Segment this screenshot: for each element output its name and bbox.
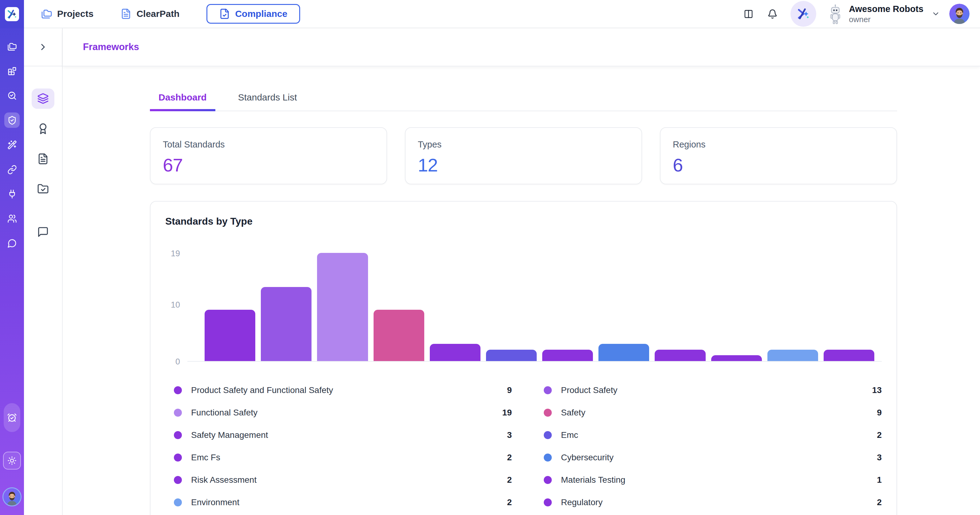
bar-environment[interactable] [767,350,818,361]
stat-label: Regions [673,140,884,150]
blocks-icon [7,66,17,76]
bar-safety[interactable] [374,310,424,361]
theme-toggle-button[interactable] [3,452,21,470]
page-title: Frameworks [83,41,139,53]
shield-check-icon [7,116,17,125]
user-avatar[interactable] [949,4,970,24]
topbar-nav-tabs: ProjectsClearPathCompliance [41,4,300,24]
ai-assistant-button[interactable] [791,1,816,27]
topbar: ProjectsClearPathCompliance Awesome Robo… [24,0,980,28]
account-menu[interactable]: Awesome Robots owner [849,3,923,25]
legend-value: 2 [507,475,512,485]
topbar-tab-label: Compliance [235,9,287,19]
legend-item: Functional Safety19 [174,401,512,424]
plug-icon [7,189,17,199]
file-text-icon [37,153,49,165]
legend-value: 2 [507,453,512,462]
tab-standards-list[interactable]: Standards List [229,92,305,111]
sidebar-item-search-check[interactable] [4,88,20,103]
bar-product-safety[interactable] [261,287,312,361]
legend-color-dot [174,409,182,417]
legend-value: 13 [872,385,882,395]
bar-regulatory[interactable] [824,350,874,361]
legend-label: Materials Testing [561,475,625,485]
chart-y-axis: 01019 [165,253,188,362]
sidebar-item-users[interactable] [4,211,20,226]
legend-value: 2 [877,497,882,507]
secondary-item-layers[interactable] [32,88,54,109]
panel-columns-icon[interactable] [744,9,753,19]
alarm-clock-check-icon[interactable] [4,403,20,432]
secondary-item-file-text[interactable] [32,149,54,169]
legend-color-dot [544,454,552,462]
y-axis-tick: 0 [175,357,180,367]
sidebar-item-link[interactable] [4,162,20,177]
tab-dashboard[interactable]: Dashboard [150,92,215,111]
legend-value: 2 [877,430,882,440]
users-icon [7,214,17,223]
chevron-right-icon[interactable] [38,42,48,52]
legend-value: 19 [502,408,512,418]
sidebar-item-folders[interactable] [4,39,20,54]
primary-sidebar-bottom [2,403,22,515]
bar-safety-management[interactable] [430,344,480,361]
topbar-tab-label: Projects [57,9,93,19]
sidebar-item-blocks[interactable] [4,63,20,79]
legend-color-dot [544,498,552,506]
bar-materials-testing[interactable] [711,355,762,361]
topbar-actions: Awesome Robots owner [744,1,970,27]
stats-row: Total Standards67Types12Regions6 [150,127,897,184]
secondary-item-folder-check[interactable] [32,179,54,199]
page-content: DashboardStandards List Total Standards6… [63,66,980,515]
legend-color-dot [544,409,552,417]
sidebar-item-plug[interactable] [4,186,20,202]
legend-item: Safety9 [544,401,882,424]
bar-emc-fs[interactable] [542,350,593,361]
bar-cybersecurity[interactable] [598,344,649,361]
sidebar-item-wand-sparkles[interactable] [4,137,20,152]
legend-value: 9 [507,385,512,395]
app-logo [0,0,24,28]
sidebar-user-avatar[interactable] [2,487,22,506]
legend-item: Risk Assessment2 [174,469,512,491]
legend-item: Product Safety13 [544,379,882,401]
account-role: owner [849,14,923,25]
stat-value: 6 [673,155,884,176]
bar-risk-assessment[interactable] [655,350,705,361]
topbar-tab-projects[interactable]: Projects [41,8,93,19]
bar-product-safety-and-functional-safety[interactable] [205,310,255,361]
folders-icon [41,8,52,19]
chart-title: Standards by Type [165,216,882,227]
bar-functional-safety[interactable] [317,253,368,361]
topbar-tab-clearpath[interactable]: ClearPath [121,8,180,19]
legend-label: Emc [561,430,578,440]
stat-card-total-standards: Total Standards67 [150,127,387,184]
chevron-down-icon[interactable] [931,10,940,18]
sidebar-collapse-section [24,28,62,66]
secondary-item-message-square[interactable] [32,222,54,242]
legend-label: Risk Assessment [191,475,256,485]
legend-item: Regulatory2 [544,491,882,513]
legend-item: Materials Testing1 [544,469,882,491]
legend-label: Product Safety [561,385,617,395]
folder-check-icon [37,183,49,195]
bar-emc[interactable] [486,350,537,361]
topbar-tab-compliance[interactable]: Compliance [207,4,300,24]
secondary-sidebar [24,28,63,515]
sidebar-item-shield-check[interactable] [4,112,20,128]
legend-color-dot [174,454,182,462]
legend-label: Functional Safety [191,408,258,418]
legend-value: 2 [507,497,512,507]
account-name: Awesome Robots [849,3,923,14]
notifications-bell-icon[interactable] [767,9,778,19]
stat-value: 67 [163,155,374,176]
secondary-item-award[interactable] [32,119,54,139]
sidebar-item-message-circle[interactable] [4,235,20,251]
stat-label: Total Standards [163,140,374,150]
chart-card: Standards by Type 01019 Product Safety a… [150,201,897,515]
chart-legend: Product Safety and Functional Safety9Pro… [165,379,882,513]
legend-label: Safety Management [191,430,268,440]
app-root: ProjectsClearPathCompliance Awesome Robo… [0,0,980,515]
award-icon [37,123,49,135]
legend-item: Emc Fs2 [174,446,512,469]
